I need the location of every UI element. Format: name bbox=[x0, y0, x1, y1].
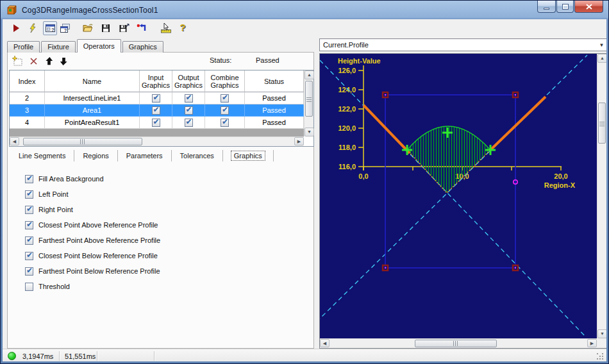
output-graphics-checkbox[interactable] bbox=[185, 106, 193, 115]
option-checkbox[interactable] bbox=[25, 267, 33, 276]
save-as-button[interactable] bbox=[117, 21, 131, 35]
scroll-left-button[interactable]: ◀ bbox=[10, 137, 19, 145]
tab-operators[interactable]: Operators bbox=[77, 39, 121, 53]
reset-tool-button[interactable] bbox=[135, 21, 149, 35]
sub-tab-graphics[interactable]: Graphics bbox=[223, 150, 274, 161]
minimize-button[interactable] bbox=[537, 1, 556, 13]
table-vertical-scrollbar[interactable]: ▲ ▼ bbox=[304, 70, 313, 136]
divider bbox=[154, 351, 154, 361]
tab-graphics[interactable]: Graphics bbox=[122, 41, 163, 53]
display-source-value: Current.Profile bbox=[323, 41, 369, 49]
run-tool-button[interactable] bbox=[9, 21, 23, 35]
scroll-up-button[interactable]: ▲ bbox=[304, 70, 314, 79]
combine-graphics-checkbox[interactable] bbox=[221, 119, 229, 127]
operators-table: IndexNameInputGraphicsOutputGraphicsComb… bbox=[9, 70, 314, 147]
table-vscroll-thumb[interactable] bbox=[305, 81, 313, 117]
option-closest-point-below-reference-profile[interactable]: Closest Point Below Reference Profile bbox=[25, 251, 313, 260]
scroll-down-button[interactable]: ▼ bbox=[304, 128, 314, 136]
tab-profile[interactable]: Profile bbox=[7, 41, 40, 53]
column-header-index[interactable]: Index bbox=[10, 70, 45, 92]
profile-display[interactable]: 126,0 124,0 122,0 120,0 118,0 116,00,010… bbox=[319, 53, 606, 349]
scroll-right-button[interactable]: ▶ bbox=[587, 339, 597, 347]
operator-row-pointarearesult1[interactable]: 4 PointAreaResult1 Passed bbox=[10, 117, 304, 129]
help-button[interactable]: ? ? bbox=[176, 21, 190, 35]
option-label: Farthest Point Below Reference Profile bbox=[38, 267, 160, 275]
open-file-button[interactable] bbox=[81, 21, 95, 35]
sub-tab-tolerances[interactable]: Tolerances bbox=[172, 150, 223, 161]
tab-fixture[interactable]: Fixture bbox=[41, 41, 76, 53]
scroll-up-button[interactable]: ▲ bbox=[597, 54, 606, 63]
thumb-grip bbox=[306, 96, 312, 102]
option-checkbox[interactable] bbox=[25, 206, 33, 214]
option-farthest-point-below-reference-profile[interactable]: Farthest Point Below Reference Profile bbox=[25, 267, 313, 276]
option-fill-area-background[interactable]: Fill Area Background bbox=[25, 174, 313, 183]
display-horizontal-scrollbar[interactable]: ◀ ▶ bbox=[320, 338, 597, 348]
option-checkbox[interactable] bbox=[25, 236, 33, 245]
tool-state-led bbox=[8, 352, 16, 360]
sub-tab-line-segments[interactable]: Line Segments bbox=[10, 150, 74, 161]
profile-chart-svg[interactable]: 126,0 124,0 122,0 120,0 118,0 116,00,010… bbox=[320, 54, 597, 338]
float-result-display-button[interactable]: ? bbox=[58, 21, 72, 35]
scroll-left-button[interactable]: ◀ bbox=[320, 339, 330, 347]
pointer-ruler-button[interactable] bbox=[159, 21, 173, 35]
move-down-icon bbox=[59, 56, 69, 66]
add-operator-icon bbox=[12, 56, 22, 66]
svg-text:Height-Value: Height-Value bbox=[338, 57, 381, 65]
option-closest-point-above-reference-profile[interactable]: Closest Point Above Reference Profile bbox=[25, 220, 313, 229]
output-graphics-checkbox[interactable] bbox=[185, 119, 193, 127]
sub-tab-regions[interactable]: Regions bbox=[74, 150, 117, 161]
close-button[interactable] bbox=[574, 1, 603, 13]
run-trigger-button[interactable] bbox=[26, 21, 40, 35]
display-source-combobox[interactable]: Current.Profile ▼ bbox=[319, 38, 606, 51]
resize-grip[interactable] bbox=[597, 353, 605, 361]
move-up-button[interactable] bbox=[43, 55, 54, 67]
cell-input-graphics bbox=[140, 117, 172, 129]
option-left-point[interactable]: Left Point bbox=[25, 190, 313, 199]
combine-graphics-checkbox[interactable] bbox=[221, 106, 229, 115]
column-header-input-graphics[interactable]: InputGraphics bbox=[140, 70, 172, 92]
option-checkbox[interactable] bbox=[25, 283, 33, 291]
operator-row-area1[interactable]: 3 Area1 Passed bbox=[10, 104, 304, 117]
option-label: Closest Point Below Reference Profile bbox=[38, 252, 158, 260]
option-checkbox[interactable] bbox=[25, 252, 33, 260]
input-graphics-checkbox[interactable] bbox=[152, 94, 160, 103]
column-header-name[interactable]: Name bbox=[45, 70, 140, 92]
graphics-options-panel: Fill Area Background Left Point Right Po… bbox=[8, 163, 313, 348]
cell-index: 2 bbox=[10, 92, 45, 104]
input-graphics-checkbox[interactable] bbox=[152, 106, 160, 115]
output-graphics-checkbox[interactable] bbox=[185, 94, 193, 103]
scroll-down-button[interactable]: ▼ bbox=[597, 329, 606, 338]
scroll-right-button[interactable]: ▶ bbox=[294, 137, 304, 145]
profile-chart[interactable]: 126,0 124,0 122,0 120,0 118,0 116,00,010… bbox=[320, 54, 597, 341]
column-header-output-graphics[interactable]: OutputGraphics bbox=[172, 70, 205, 92]
move-down-button[interactable] bbox=[58, 55, 69, 67]
show-result-display-button[interactable]: ? bbox=[43, 21, 57, 35]
run-trigger-icon bbox=[28, 23, 38, 33]
operator-row-intersectlineline1[interactable]: 2 IntersectLineLine1 Passed bbox=[10, 92, 304, 104]
add-operator-button[interactable] bbox=[12, 55, 23, 67]
sub-tab-parameters[interactable]: Parameters bbox=[118, 150, 172, 161]
table-hscroll-thumb[interactable] bbox=[23, 138, 142, 145]
option-threshold[interactable]: Threshold bbox=[25, 282, 313, 291]
display-hscroll-thumb[interactable] bbox=[415, 340, 497, 347]
option-checkbox[interactable] bbox=[25, 175, 33, 183]
maximize-button[interactable] bbox=[556, 1, 574, 13]
cell-status: Passed bbox=[245, 104, 304, 117]
status-value: Passed bbox=[256, 56, 279, 64]
display-vscroll-thumb[interactable] bbox=[598, 103, 606, 144]
table-horizontal-scrollbar[interactable]: ◀ ▶ bbox=[10, 136, 304, 146]
option-checkbox[interactable] bbox=[25, 221, 33, 229]
option-checkbox[interactable] bbox=[25, 190, 33, 199]
column-header-status[interactable]: Status bbox=[245, 70, 304, 92]
option-right-point[interactable]: Right Point bbox=[25, 205, 313, 214]
input-graphics-checkbox[interactable] bbox=[152, 119, 160, 127]
app-icon bbox=[7, 5, 17, 15]
combine-graphics-checkbox[interactable] bbox=[221, 94, 229, 103]
option-farthest-point-above-reference-profile[interactable]: Farthest Point Above Reference Profile bbox=[25, 236, 313, 245]
column-header-combine-graphics[interactable]: CombineGraphics bbox=[205, 70, 245, 92]
title-bar[interactable]: Cog3DRangeImageCrossSectionTool1 bbox=[1, 1, 608, 19]
display-vertical-scrollbar[interactable]: ▲ ▼ bbox=[597, 54, 606, 338]
save-file-button[interactable] bbox=[99, 21, 113, 35]
delete-operator-button[interactable] bbox=[28, 55, 39, 67]
cell-input-graphics bbox=[140, 104, 172, 117]
